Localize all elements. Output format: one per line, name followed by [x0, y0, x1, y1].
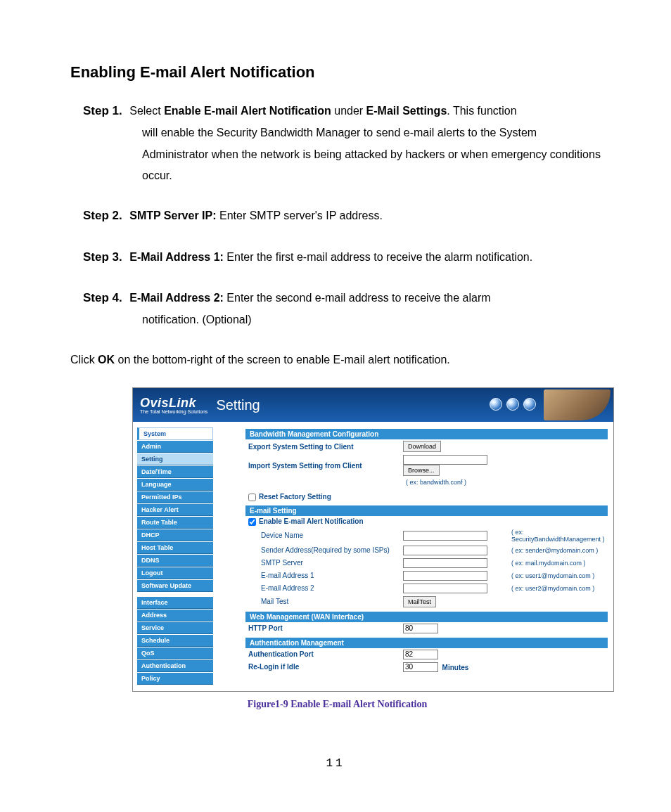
- section-web-title: Web Management (WAN Interface): [245, 612, 608, 622]
- sidebar-item-authentication[interactable]: Authentication: [137, 660, 213, 672]
- section-bw-title: Bandwidth Management Configuration: [245, 429, 608, 439]
- download-button[interactable]: Download: [403, 441, 441, 452]
- email1-label: E-mail Address 1: [248, 572, 403, 579]
- sidebar-item-service[interactable]: Service: [137, 622, 213, 634]
- smtp-label: SMTP Server: [248, 559, 403, 567]
- sidebar-item-address[interactable]: Address: [137, 610, 213, 621]
- step-1-cont: will enable the Security Bandwidth Manag…: [142, 122, 604, 186]
- main-panel: Bandwidth Management Configuration Expor…: [217, 422, 613, 691]
- click-ok-pre: Click: [70, 354, 98, 366]
- mailtest-button[interactable]: MailTest: [403, 596, 436, 607]
- sidebar-item-logout[interactable]: Logout: [137, 567, 213, 579]
- reset-label: Reset Factory Setting: [259, 493, 331, 501]
- header-title: Setting: [216, 397, 260, 413]
- click-ok-line: Click OK on the bottom-right of the scre…: [70, 349, 604, 370]
- page-title: Enabling E-mail Alert Notification: [70, 63, 604, 82]
- sender-input[interactable]: [403, 546, 487, 555]
- header-photo: [544, 389, 611, 420]
- sidebar-item-admin[interactable]: Admin: [137, 441, 213, 453]
- smtp-hint: ( ex: mail.mydomain.com ): [509, 560, 608, 567]
- click-ok-bold: OK: [98, 354, 115, 366]
- brand: OvisLink The Total Networking Solutions: [133, 396, 207, 414]
- import-file-input[interactable]: [403, 455, 487, 465]
- sender-label: Sender Address(Required by some ISPs): [248, 546, 403, 554]
- brand-tagline: The Total Networking Solutions: [140, 409, 207, 414]
- step-1: Step 1. Select Enable E-mail Alert Notif…: [83, 100, 604, 186]
- device-name-hint: ( ex: SecurityBandwidthManagement ): [509, 529, 608, 543]
- email2-input[interactable]: [403, 584, 487, 593]
- email1-hint: ( ex: user1@mydomain.com ): [509, 572, 608, 579]
- figure-caption: Figure1-9 Enable E-mail Alert Notificati…: [70, 699, 604, 710]
- click-ok-post: on the bottom-right of the screen to ena…: [115, 354, 450, 366]
- page-number: 11: [0, 757, 671, 770]
- import-label: Import System Setting from Client: [248, 462, 403, 470]
- enable-email-checkbox[interactable]: [248, 518, 256, 526]
- email1-input[interactable]: [403, 571, 487, 581]
- globe-icon: [506, 398, 519, 411]
- step-3-label: Step 3.: [83, 250, 122, 264]
- step-1-bold1: Enable E-mail Alert Notification: [164, 105, 331, 117]
- relogin-label: Re-Login if Idle: [248, 663, 403, 671]
- sidebar-item-permitted-ips[interactable]: Permitted IPs: [137, 491, 213, 503]
- step-4-bold1: E-Mail Address 2:: [129, 292, 224, 304]
- sidebar-item-interface[interactable]: Interface: [137, 597, 213, 609]
- step-4: Step 4. E-Mail Address 2: Enter the seco…: [83, 287, 604, 331]
- sidebar-item-language[interactable]: Language: [137, 479, 213, 491]
- step-4-label: Step 4.: [83, 291, 122, 304]
- step-3: Step 3. E-Mail Address 1: Enter the firs…: [83, 246, 604, 269]
- relogin-unit: Minutes: [442, 663, 469, 671]
- http-port-label: HTTP Port: [248, 624, 403, 632]
- screenshot-header: OvisLink The Total Networking Solutions …: [133, 388, 613, 422]
- step-1-pre: Select: [129, 105, 164, 117]
- sidebar-item-dhcp[interactable]: DHCP: [137, 529, 213, 541]
- sidebar-item-route-table[interactable]: Route Table: [137, 517, 213, 529]
- export-label: Export System Setting to Client: [248, 443, 403, 451]
- step-4-cont: notification. (Optional): [142, 309, 604, 330]
- sidebar-item-hacker-alert[interactable]: Hacker Alert: [137, 504, 213, 516]
- step-2: Step 2. SMTP Server IP: Enter SMTP serve…: [83, 205, 604, 227]
- enable-email-label: Enable E-mail Alert Notification: [259, 517, 364, 525]
- step-1-mid: under: [331, 105, 366, 117]
- step-3-post: Enter the first e-mail address to receiv…: [224, 251, 532, 263]
- step-1-label: Step 1.: [83, 104, 122, 117]
- relogin-input[interactable]: [403, 662, 438, 672]
- globe-icons: [490, 398, 536, 411]
- screenshot-figure: OvisLink The Total Networking Solutions …: [132, 387, 614, 692]
- brand-logo: OvisLink: [140, 396, 196, 410]
- sidebar: System Admin Setting Date/Time Language …: [133, 422, 217, 691]
- step-1-post: . This function: [447, 105, 516, 117]
- step-3-bold1: E-Mail Address 1:: [129, 251, 224, 263]
- globe-icon: [490, 398, 502, 411]
- browse-button[interactable]: Browse...: [403, 465, 440, 476]
- sidebar-item-ddns[interactable]: DDNS: [137, 555, 213, 567]
- section-email-title: E-mail Setting: [245, 505, 608, 516]
- step-2-post: Enter SMTP server's IP address.: [217, 210, 383, 221]
- device-name-input[interactable]: [403, 531, 487, 541]
- sidebar-item-policy[interactable]: Policy: [137, 673, 213, 685]
- email2-label: E-mail Address 2: [248, 584, 403, 592]
- step-4-post: Enter the second e-mail address to recei…: [224, 292, 491, 304]
- step-1-bold2: E-Mail Settings: [366, 105, 447, 117]
- mailtest-label: Mail Test: [248, 598, 403, 605]
- sidebar-item-datetime[interactable]: Date/Time: [137, 466, 213, 478]
- globe-icon: [523, 398, 536, 411]
- sidebar-system[interactable]: System: [137, 427, 213, 440]
- smtp-input[interactable]: [403, 558, 487, 568]
- step-2-label: Step 2.: [83, 209, 122, 222]
- import-hint: ( ex: bandwidth.conf ): [403, 479, 608, 486]
- step-2-bold1: SMTP Server IP:: [129, 210, 216, 221]
- auth-port-input[interactable]: [403, 650, 438, 659]
- http-port-input[interactable]: [403, 624, 438, 633]
- sidebar-item-software-update[interactable]: Software Update: [137, 580, 213, 592]
- sender-hint: ( ex: sender@mydomain.com ): [509, 547, 608, 554]
- reset-checkbox[interactable]: [248, 494, 256, 501]
- auth-port-label: Authentication Port: [248, 650, 403, 658]
- sidebar-item-setting[interactable]: Setting: [137, 453, 213, 465]
- sidebar-item-schedule[interactable]: Schedule: [137, 635, 213, 647]
- section-auth-title: Authentication Management: [245, 638, 608, 648]
- device-name-label: Device Name: [248, 531, 403, 539]
- sidebar-item-qos[interactable]: QoS: [137, 647, 213, 659]
- sidebar-item-host-table[interactable]: Host Table: [137, 542, 213, 554]
- email2-hint: ( ex: user2@mydomain.com ): [509, 585, 608, 592]
